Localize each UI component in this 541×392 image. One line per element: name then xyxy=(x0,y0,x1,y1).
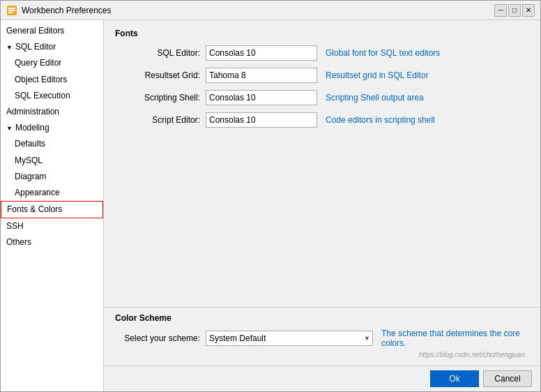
content-area: General Editors▼SQL EditorQuery EditorOb… xyxy=(1,20,540,391)
expand-arrow: ▼ xyxy=(6,43,13,52)
title-bar-left: Workbench Preferences xyxy=(6,5,112,16)
font-input-3[interactable] xyxy=(206,112,317,128)
svg-rect-1 xyxy=(8,8,15,9)
button-row: Ok Cancel xyxy=(104,365,540,391)
ok-button[interactable]: Ok xyxy=(430,370,479,387)
sidebar-item-administration[interactable]: Administration xyxy=(1,104,103,120)
sidebar-item-ssh[interactable]: SSH xyxy=(1,218,103,234)
font-input-0[interactable] xyxy=(206,45,317,61)
font-label-3: Script Editor: xyxy=(115,115,206,125)
maximize-button[interactable]: □ xyxy=(508,4,521,17)
sidebar-item-label: SQL Editor xyxy=(15,40,56,54)
sidebar-item-defaults[interactable]: Defaults xyxy=(1,136,103,152)
sidebar-item-label: Query Editor xyxy=(15,56,61,70)
watermark: https://blog.csdn.net/chrzhengjuan xyxy=(115,351,529,360)
sidebar-item-label: Defaults xyxy=(15,137,45,151)
sidebar-item-label: Modeling xyxy=(15,121,49,135)
sidebar-item-general-editors[interactable]: General Editors xyxy=(1,23,103,39)
svg-rect-2 xyxy=(8,10,15,11)
font-hint-2: Scripting Shell output area xyxy=(326,93,424,103)
sidebar-item-label: Object Editors xyxy=(15,73,67,86)
sidebar-item-mysql[interactable]: MySQL xyxy=(1,153,103,169)
close-button[interactable]: ✕ xyxy=(522,4,535,17)
expand-arrow: ▼ xyxy=(6,123,13,133)
font-row-2: Scripting Shell: Scripting Shell output … xyxy=(115,90,529,105)
sidebar: General Editors▼SQL EditorQuery EditorOb… xyxy=(1,20,104,391)
sidebar-item-sql-execution[interactable]: SQL Execution xyxy=(1,88,103,104)
sidebar-item-label: Administration xyxy=(6,105,59,119)
app-icon xyxy=(6,5,17,16)
sidebar-item-label: General Editors xyxy=(6,24,64,38)
color-scheme-row: Select your scheme: System DefaultLightD… xyxy=(115,329,529,348)
font-row-3: Script Editor: Code editors in scripting… xyxy=(115,112,529,128)
font-input-2[interactable] xyxy=(206,90,317,105)
sidebar-item-diagram[interactable]: Diagram xyxy=(1,169,103,185)
window-title: Workbench Preferences xyxy=(22,6,112,15)
font-hint-0: Global font for SQL text editors xyxy=(326,48,440,58)
svg-rect-3 xyxy=(8,12,13,13)
color-scheme-section: Color Scheme Select your scheme: System … xyxy=(104,307,540,365)
sidebar-item-label: Diagram xyxy=(15,170,46,183)
sidebar-item-label: Appearance xyxy=(15,186,60,199)
font-row-1: Resultset Grid: Resultset grid in SQL Ed… xyxy=(115,68,529,83)
select-scheme-label: Select your scheme: xyxy=(115,333,206,343)
sidebar-item-label: SSH xyxy=(6,220,24,233)
sidebar-item-appearance[interactable]: Appearance xyxy=(1,185,103,201)
main-window: Workbench Preferences ─ □ ✕ General Edit… xyxy=(0,0,541,392)
font-hint-1: Resultset grid in SQL Editor xyxy=(326,70,429,80)
cancel-button[interactable]: Cancel xyxy=(483,370,532,387)
sidebar-item-fonts-colors[interactable]: Fonts & Colors xyxy=(1,201,103,218)
main-panel: Fonts SQL Editor: Global font for SQL te… xyxy=(104,20,540,172)
minimize-button[interactable]: ─ xyxy=(494,4,507,17)
sidebar-item-label: MySQL xyxy=(15,154,43,167)
sidebar-item-others[interactable]: Others xyxy=(1,234,103,250)
fonts-section-title: Fonts xyxy=(115,29,529,38)
scheme-select[interactable]: System DefaultLightDark xyxy=(206,331,373,346)
font-label-2: Scripting Shell: xyxy=(115,93,206,103)
sidebar-item-sql-editor[interactable]: ▼SQL Editor xyxy=(1,39,103,55)
sidebar-item-modeling[interactable]: ▼Modeling xyxy=(1,120,103,136)
sidebar-item-object-editors[interactable]: Object Editors xyxy=(1,72,103,88)
sidebar-item-label: Others xyxy=(6,236,31,249)
sidebar-item-query-editor[interactable]: Query Editor xyxy=(1,55,103,71)
font-hint-3: Code editors in scripting shell xyxy=(326,115,435,125)
title-bar: Workbench Preferences ─ □ ✕ xyxy=(1,1,540,20)
font-label-1: Resultset Grid: xyxy=(115,70,206,80)
sidebar-item-label: Fonts & Colors xyxy=(7,203,62,216)
title-bar-controls: ─ □ ✕ xyxy=(494,4,535,17)
color-hint: The scheme that determines the core colo… xyxy=(381,329,521,348)
font-label-0: SQL Editor: xyxy=(115,48,206,58)
font-input-1[interactable] xyxy=(206,68,317,83)
color-scheme-title: Color Scheme xyxy=(115,313,529,323)
scheme-select-wrapper: System DefaultLightDark ▼ xyxy=(206,331,373,346)
font-row-0: SQL Editor: Global font for SQL text edi… xyxy=(115,45,529,61)
sidebar-item-label: SQL Execution xyxy=(15,89,70,103)
